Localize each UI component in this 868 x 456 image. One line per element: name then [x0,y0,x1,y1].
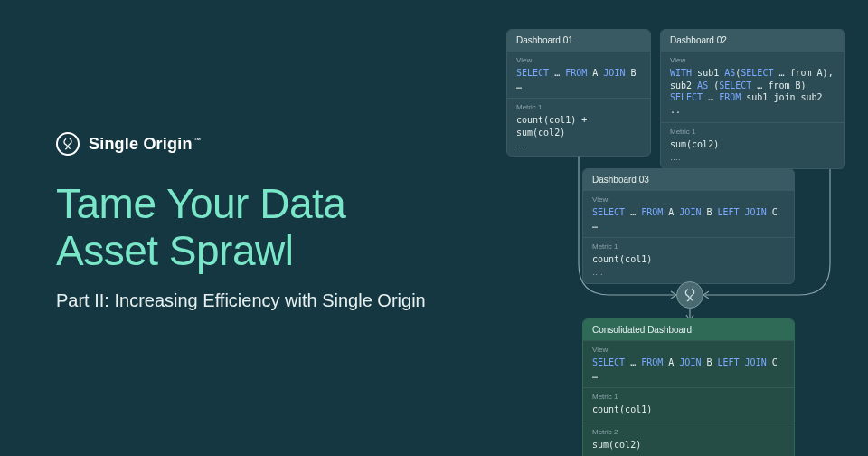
card-title: Dashboard 03 [583,169,794,190]
dashboard-03-card: Dashboard 03 View SELECT … FROM A JOIN B… [582,168,795,284]
dashboard-02-card: Dashboard 02 View WITH sub1 AS(SELECT … … [660,29,845,169]
brand: Single Origin™ [56,132,454,156]
hero-left: Single Origin™ Tame Your Data Asset Spra… [56,132,454,311]
metric-label: Metric 1 [670,128,835,136]
ellipsis: …. [516,140,641,149]
metric-section: Metric 1 sum(col2) …. [661,122,844,168]
metric-value: sum(col2) [592,439,785,451]
brand-name: Single Origin™ [89,135,202,154]
metric-section: Metric 1 count(col1) …. [583,237,794,283]
headline: Tame Your Data Asset Sprawl [56,181,454,274]
view-label: View [592,195,785,204]
card-title: Dashboard 02 [661,30,844,51]
hub-node-icon [676,281,703,309]
view-sql: SELECT … FROM A JOIN B LEFT JOIN C … [592,356,785,381]
metric-value: count(col1) [592,404,785,416]
metric-section: Metric 1 count(col1) [583,387,794,423]
card-title: Consolidated Dashboard [583,319,794,340]
metric-value: count(col1) [592,253,785,266]
logo-icon [56,132,80,156]
ellipsis: …. [592,268,785,277]
subhead: Part II: Increasing Efficiency with Sing… [56,290,454,311]
view-section: View WITH sub1 AS(SELECT … from A), sub2… [661,51,844,122]
trademark: ™ [194,137,202,145]
metric-label: Metric 2 [592,428,785,436]
ellipsis: …. [670,153,835,162]
dashboard-01-card: Dashboard 01 View SELECT … FROM A JOIN B… [506,29,651,157]
view-label: View [516,56,641,64]
metric-value: sum(col2) [670,138,835,151]
metric-section: Metric 2 sum(col2) [583,423,794,457]
metric-label: Metric 1 [592,393,785,401]
view-label: View [592,346,785,354]
metric-label: Metric 1 [592,242,785,251]
metric-value: count(col1) + sum(col2) [516,114,641,138]
view-sql: WITH sub1 AS(SELECT … from A), sub2 AS (… [670,67,835,116]
view-label: View [670,56,835,64]
consolidated-dashboard-card: Consolidated Dashboard View SELECT … FRO… [582,318,795,456]
metric-label: Metric 1 [516,103,641,111]
view-section: View SELECT … FROM A JOIN B LEFT JOIN C … [583,190,794,237]
metric-section: Metric 1 count(col1) + sum(col2) …. [507,98,650,156]
diagram: Dashboard 01 View SELECT … FROM A JOIN B… [506,29,859,445]
view-section: View SELECT … FROM A JOIN B LEFT JOIN C … [583,340,794,387]
view-sql: SELECT … FROM A JOIN B … [516,67,641,91]
card-title: Dashboard 01 [507,30,650,51]
view-sql: SELECT … FROM A JOIN B LEFT JOIN C … [592,206,785,231]
view-section: View SELECT … FROM A JOIN B … [507,51,650,98]
